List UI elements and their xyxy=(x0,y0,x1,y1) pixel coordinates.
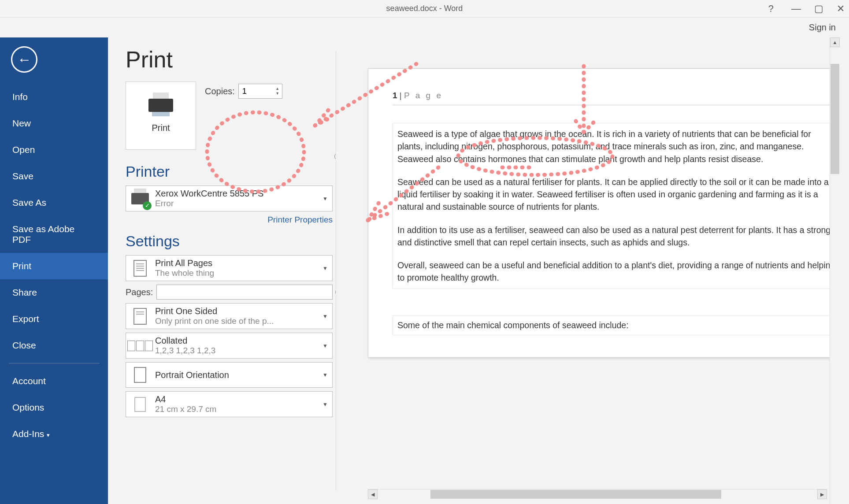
printer-section-heading: Printer xyxy=(126,163,333,180)
pages-label: Pages: xyxy=(126,287,153,297)
maximize-button[interactable]: ▢ xyxy=(814,3,823,15)
collate-dropdown[interactable]: Collated 1,2,3 1,2,3 1,2,3 ▼ xyxy=(126,333,333,359)
preview-horizontal-scrollbar[interactable]: ◀ ▶ xyxy=(368,489,827,500)
scroll-thumb[interactable] xyxy=(430,490,721,499)
sidebar-item-export[interactable]: Export xyxy=(0,306,108,332)
info-icon[interactable]: i xyxy=(334,152,342,160)
orientation-dropdown[interactable]: Portrait Orientation ▼ xyxy=(126,362,333,388)
collated-icon xyxy=(127,341,153,351)
printer-dropdown[interactable]: ✓ Xerox WorkCentre 5855 PS Error ▼ xyxy=(126,185,333,211)
info-icon[interactable]: i xyxy=(335,288,343,296)
backstage-sidebar: ← Info New Open Save Save As Save as Ado… xyxy=(0,37,108,504)
portrait-icon xyxy=(134,367,146,383)
printer-name: Xerox WorkCentre 5855 PS xyxy=(155,189,323,199)
printer-status: Error xyxy=(155,199,323,208)
sign-in-link[interactable]: Sign in xyxy=(809,22,836,33)
print-button[interactable]: Print xyxy=(126,82,196,150)
print-button-label: Print xyxy=(152,123,170,133)
chevron-down-icon: ▾ xyxy=(47,432,50,438)
print-panel: Print Print Copies: 1 ▲ ▼ xyxy=(108,37,346,504)
sidebar-item-info[interactable]: Info xyxy=(0,84,108,110)
sidebar-item-save[interactable]: Save xyxy=(0,163,108,189)
close-button[interactable]: ✕ xyxy=(837,3,845,15)
copies-value: 1 xyxy=(239,87,273,96)
sidebar-item-print[interactable]: Print xyxy=(0,253,108,279)
chevron-down-icon: ▼ xyxy=(323,196,328,202)
minimize-button[interactable]: — xyxy=(791,3,801,15)
sidebar-item-account[interactable]: Account xyxy=(0,368,108,394)
sidebar-item-share[interactable]: Share xyxy=(0,279,108,306)
document-icon xyxy=(133,260,147,277)
scroll-left-icon[interactable]: ◀ xyxy=(368,489,378,499)
preview-vertical-scrollbar[interactable]: ▲ xyxy=(830,37,840,504)
printer-properties-link[interactable]: Printer Properties xyxy=(267,215,333,224)
back-button[interactable]: ← xyxy=(11,46,37,73)
settings-section-heading: Settings xyxy=(126,233,333,250)
print-scope-dropdown[interactable]: Print All Pages The whole thing ▼ xyxy=(126,255,333,281)
scroll-thumb[interactable] xyxy=(830,64,839,174)
scroll-right-icon[interactable]: ▶ xyxy=(817,489,827,499)
chevron-down-icon: ▼ xyxy=(323,372,328,378)
chevron-down-icon: ▼ xyxy=(323,401,328,408)
sidebar-item-save-as[interactable]: Save As xyxy=(0,189,108,216)
panel-scrollbar[interactable] xyxy=(338,55,345,178)
chevron-down-icon: ▼ xyxy=(323,343,328,349)
printer-icon xyxy=(148,99,173,112)
one-sided-icon xyxy=(133,308,147,325)
paper-icon xyxy=(134,397,146,412)
sidebar-separator xyxy=(9,363,99,363)
sidebar-item-close[interactable]: Close xyxy=(0,332,108,359)
check-icon: ✓ xyxy=(143,201,152,210)
back-arrow-icon: ← xyxy=(17,52,31,68)
document-body: Seaweed is a type of algae that grows in… xyxy=(393,123,840,289)
sidebar-item-save-adobe-pdf[interactable]: Save as Adobe PDF xyxy=(0,216,108,253)
titlebar: seaweed.docx - Word ? — ▢ ✕ xyxy=(0,0,849,18)
preview-page: 1 | P a g e Seaweed is a type of algae t… xyxy=(368,68,840,358)
copies-down-icon[interactable]: ▼ xyxy=(273,91,282,96)
help-icon[interactable]: ? xyxy=(768,3,774,15)
chevron-down-icon: ▼ xyxy=(323,313,328,319)
sidebar-item-addins[interactable]: Add-Ins ▾ xyxy=(0,421,108,447)
scroll-up-icon[interactable]: ▲ xyxy=(830,37,840,47)
sidebar-item-options[interactable]: Options xyxy=(0,394,108,421)
copies-label: Copies: xyxy=(205,86,235,96)
print-preview: 1 | P a g e Seaweed is a type of algae t… xyxy=(346,37,849,504)
sidebar-item-open[interactable]: Open xyxy=(0,137,108,163)
window-title: seaweed.docx - Word xyxy=(386,4,463,13)
chevron-down-icon: ▼ xyxy=(323,265,328,271)
copies-input[interactable]: 1 ▲ ▼ xyxy=(238,84,282,99)
document-section-2: Some of the main chemical components of … xyxy=(393,315,840,335)
pages-input[interactable] xyxy=(156,285,333,300)
copies-up-icon[interactable]: ▲ xyxy=(273,86,282,91)
page-header: 1 | P a g e xyxy=(393,91,840,105)
paper-size-dropdown[interactable]: A4 21 cm x 29.7 cm ▼ xyxy=(126,391,333,417)
print-heading: Print xyxy=(126,46,333,73)
sidebar-item-new[interactable]: New xyxy=(0,110,108,137)
sided-dropdown[interactable]: Print One Sided Only print on one side o… xyxy=(126,303,333,329)
